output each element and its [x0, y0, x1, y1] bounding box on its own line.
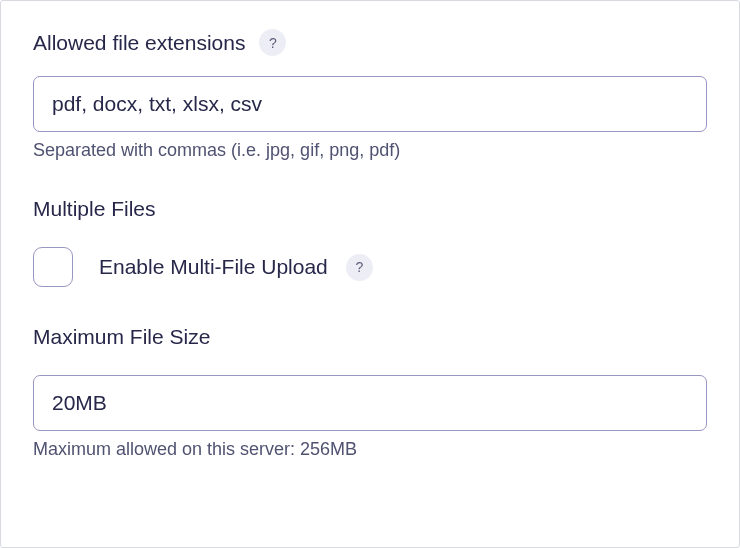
allowed-extensions-label: Allowed file extensions: [33, 31, 245, 55]
max-file-size-input[interactable]: [33, 375, 707, 431]
multiple-files-heading: Multiple Files: [33, 197, 707, 221]
max-file-size-helper: Maximum allowed on this server: 256MB: [33, 439, 707, 460]
max-file-size-heading: Maximum File Size: [33, 325, 707, 349]
settings-panel: Allowed file extensions ? Separated with…: [0, 0, 740, 548]
max-file-size-group: Maximum File Size Maximum allowed on thi…: [33, 325, 707, 460]
allowed-extensions-label-row: Allowed file extensions ?: [33, 29, 707, 56]
help-icon[interactable]: ?: [259, 29, 286, 56]
help-icon[interactable]: ?: [346, 254, 373, 281]
allowed-extensions-group: Allowed file extensions ? Separated with…: [33, 29, 707, 161]
multi-file-checkbox[interactable]: [33, 247, 73, 287]
multi-file-checkbox-label: Enable Multi-File Upload: [99, 255, 328, 279]
allowed-extensions-helper: Separated with commas (i.e. jpg, gif, pn…: [33, 140, 707, 161]
multi-file-checkbox-label-row: Enable Multi-File Upload ?: [99, 254, 373, 281]
allowed-extensions-input[interactable]: [33, 76, 707, 132]
multi-file-checkbox-row: Enable Multi-File Upload ?: [33, 247, 707, 287]
multiple-files-group: Multiple Files Enable Multi-File Upload …: [33, 197, 707, 287]
